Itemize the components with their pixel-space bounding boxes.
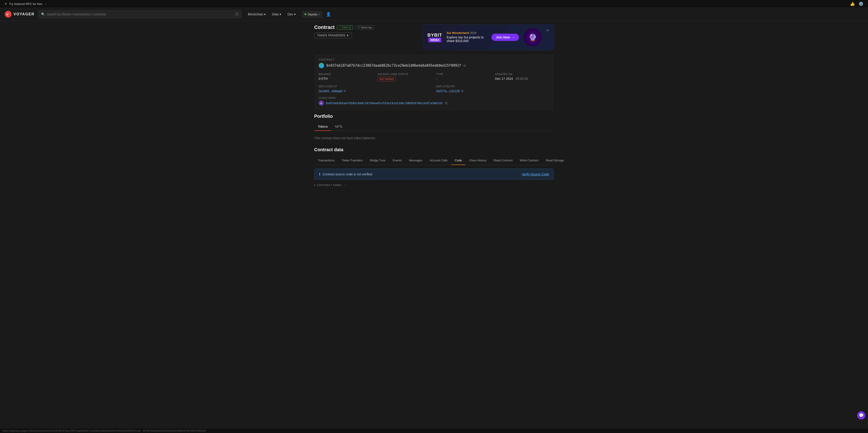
ad-banner: BYBIT WEB3 Sui Wonderland 2024 Explore t… — [423, 24, 554, 50]
ad-event-name: Sui Wonderland — [447, 31, 469, 35]
search-bar: 🔍 / — [38, 10, 242, 18]
tab-bridge-txns[interactable]: Bridge Txns — [366, 156, 389, 165]
portfolio-title: Portfolio — [314, 114, 554, 119]
contract-address: 0x037eb187a87b7dcc23067daab8626c73ce29eb… — [327, 63, 461, 68]
verify-source-banner: ℹ Contract source code is not verified V… — [314, 168, 554, 180]
cairo-badge: ✓ Cairo v2 — [337, 25, 353, 30]
join-now-button[interactable]: Join Now → — [491, 34, 519, 41]
ad-close-button[interactable]: ✕ — [546, 28, 549, 33]
copy-deployed-at-icon[interactable]: ⧉ — [344, 89, 346, 93]
network-chevron-down-icon: ▾ — [319, 13, 320, 16]
copy-deployed-by-icon[interactable]: ⧉ — [461, 89, 463, 93]
copy-class-hash-icon[interactable]: ⧉ — [445, 101, 447, 105]
network-selector[interactable]: Sepolia ▾ — [302, 11, 322, 18]
deployed-by-label: DEPLOYED BY — [436, 85, 549, 88]
tab-class-history[interactable]: Class History — [465, 156, 490, 165]
bybit-logo-text: BYBIT — [428, 33, 442, 38]
contract-info-section: CONTRACT 🌐 0x037eb187a87b7dcc23067daab86… — [314, 54, 554, 110]
banner-arrow: → — [44, 2, 47, 6]
ad-event-line: Sui Wonderland 2024 — [447, 31, 487, 35]
navbar: V VOYAGER 🔍 / Blockchain ▾ Data ▾ Dev ▾ … — [0, 8, 868, 21]
deployed-at-item: DEPLOYED AT 0x2465...e66aa0 ⧉ — [319, 85, 432, 93]
balance-item: BALANCE 0 ETH — [319, 73, 373, 81]
contract-name-value: - — [345, 183, 346, 187]
ad-year: 2024 — [470, 31, 476, 35]
tab-token-transfers[interactable]: Token Transfers — [338, 156, 366, 165]
nav-links: Blockchain ▾ Data ▾ Dev ▾ — [245, 11, 298, 18]
tab-transactions[interactable]: Transactions — [314, 156, 338, 165]
class-hash-row: CLASS HASH — [319, 96, 549, 100]
check-icon: ✓ — [339, 26, 341, 29]
ad-decorative-image: 🔮 — [524, 28, 541, 46]
tab-account-calls[interactable]: Account Calls — [426, 156, 451, 165]
class-hash-label: CLASS HASH — [319, 96, 336, 99]
search-icon: 🔍 — [41, 12, 45, 16]
arrow-right-icon: → — [511, 35, 515, 39]
verify-banner-left: ℹ Contract source code is not verified — [319, 172, 372, 176]
tab-messages[interactable]: Messages — [405, 156, 426, 165]
class-hash-value[interactable]: 0x07eb0385a6fd505c049c5b79dee8fefd3a192e… — [326, 101, 443, 105]
deployed-at-value[interactable]: 0x2465...e66aa0 ⧉ — [319, 89, 432, 93]
class-hash-icon: ◈ — [319, 100, 324, 105]
deployed-by-item: DEPLOYED BY 0x077a...c2e129 ⧉ — [436, 85, 549, 93]
thumbs-up-icon[interactable]: 👍 — [850, 1, 855, 6]
scroll-widget[interactable]: 💬 — [857, 411, 865, 420]
logo-text: VOYAGER — [13, 12, 35, 16]
tab-code[interactable]: Code — [451, 156, 465, 165]
deployed-at-label: DEPLOYED AT — [319, 85, 432, 88]
voyager-logo-icon: V — [4, 11, 12, 18]
ad-description: Explore top Sui projects to share $310,0… — [447, 35, 487, 43]
search-input[interactable] — [47, 12, 234, 16]
contract-data-title: Contract data — [314, 147, 554, 152]
verify-source-code-link[interactable]: Verify Source Code — [522, 173, 549, 176]
status-bar: https://sepolia.voyager.online/contract/… — [0, 429, 868, 433]
contract-title: Contract — [314, 24, 335, 30]
portfolio-tabs: Tokens NFTs — [314, 123, 554, 131]
tab-events[interactable]: Events — [389, 156, 405, 165]
balance-label: BALANCE — [319, 73, 373, 75]
contract-data-tabs: Transactions Token Transfers Bridge Txns… — [314, 156, 554, 165]
type-item: TYPE - — [436, 73, 491, 81]
tab-nfts[interactable]: NFTs — [331, 123, 346, 131]
chevron-down-icon: ▾ — [294, 12, 296, 16]
tab-read-contract[interactable]: Read Contract — [490, 156, 516, 165]
verify-message: Contract source code is not verified — [322, 173, 372, 176]
info-icon: ℹ — [319, 172, 320, 176]
nav-data[interactable]: Data ▾ — [269, 11, 284, 18]
contract-header: Contract ✓ Cairo v2 🛡 Name tag TOKEN TRA… — [314, 24, 554, 50]
star-icon: ✦ — [4, 2, 7, 6]
nametag-badge: 🛡 Name tag — [355, 25, 374, 29]
nav-dev[interactable]: Dev ▾ — [285, 11, 298, 18]
web3-badge: WEB3 — [428, 38, 441, 42]
logo-area[interactable]: V VOYAGER — [4, 11, 35, 18]
contract-name-label: ℹ CONTRACT NAME: — [314, 184, 342, 187]
type-label: TYPE — [436, 73, 491, 75]
nav-blockchain[interactable]: Blockchain ▾ — [245, 11, 269, 18]
contract-address-row: 🌐 0x037eb187a87b7dcc23067daab8626c73ce29… — [319, 63, 549, 68]
search-shortcut: / — [235, 12, 239, 16]
deployed-by-value[interactable]: 0x077a...c2e129 ⧉ — [436, 89, 549, 93]
tab-write-contract[interactable]: Write Contract — [516, 156, 542, 165]
settings-icon[interactable]: ⚙️ — [859, 1, 864, 6]
contract-avatar-icon: 🌐 — [319, 63, 324, 68]
copy-address-icon[interactable]: ⧉ — [463, 64, 466, 68]
shield-icon: 🛡 — [358, 26, 360, 29]
status-hash-preview: 49c5b79dee8fefd3a192e518bc58895970bc9397… — [143, 429, 206, 432]
created-on-item: CREATED ON Dec 17 2024 20:02:33 — [495, 73, 549, 81]
class-hash-address-row: ◈ 0x07eb0385a6fd505c049c5b79dee8fefd3a19… — [319, 100, 549, 105]
balance-value: 0 ETH — [319, 77, 373, 81]
tab-read-storage[interactable]: Read Storage — [542, 156, 567, 165]
portfolio-empty-message: This contract does not have token balanc… — [314, 134, 554, 142]
portfolio-section: Portfolio Tokens NFTs This contract does… — [314, 114, 554, 142]
tab-tokens[interactable]: Tokens — [314, 123, 331, 131]
contract-data-section: Contract data Transactions Token Transfe… — [314, 147, 554, 188]
status-url: https://sepolia.voyager.online/contract/… — [3, 429, 141, 432]
created-on-label: CREATED ON — [495, 73, 549, 75]
not-verified-badge: Not Verified — [377, 77, 396, 81]
contract-label: CONTRACT — [319, 58, 549, 61]
created-on-value: Dec 17 2024 20:02:33 — [495, 77, 549, 81]
main-content: Contract ✓ Cairo v2 🛡 Name tag TOKEN TRA… — [310, 21, 558, 197]
token-transfers-button[interactable]: TOKEN TRANSFERS ⬇ — [314, 33, 352, 38]
contract-info-grid: BALANCE 0 ETH SOURCE CODE STATUS Not Ver… — [319, 73, 549, 81]
user-account-icon[interactable]: 👤 — [326, 12, 331, 17]
